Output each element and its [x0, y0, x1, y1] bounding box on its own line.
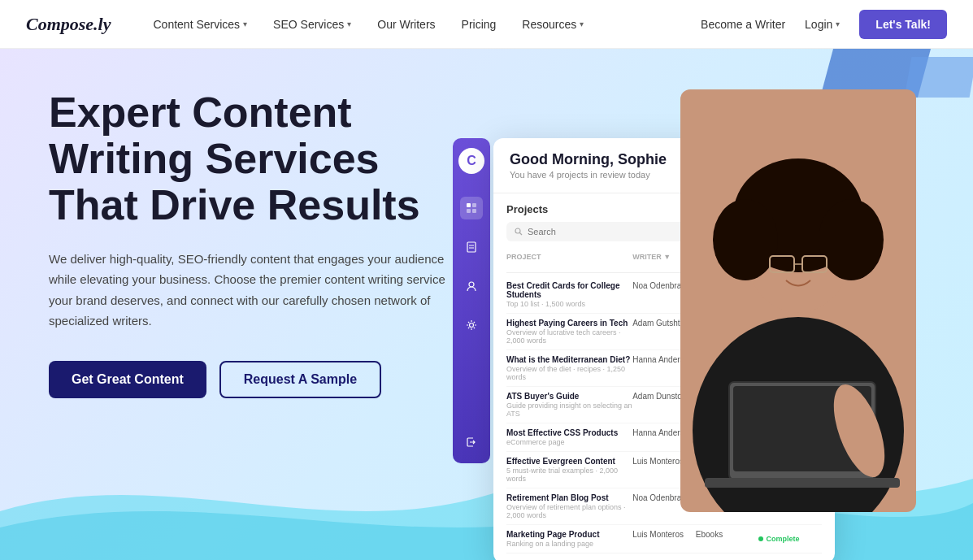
table-row: Marketing Page Product Ranking on a land… [506, 525, 822, 553]
person-image [680, 89, 916, 512]
row-subtitle: Overview of the diet · recipes · 1,250 w… [506, 365, 632, 381]
row-subtitle: Guide providing insight on selecting an … [506, 402, 632, 418]
row-subtitle: Top 10 list · 1,500 words [506, 300, 632, 308]
row-title: Effective Evergreen Content [506, 457, 632, 466]
svg-rect-0 [467, 203, 471, 207]
svg-rect-22 [705, 478, 900, 488]
row-type: Ebooks [696, 530, 759, 539]
hero-title: Expert Content Writing Services That Dri… [49, 89, 471, 229]
row-title: Retirement Plan Blog Post [506, 493, 632, 502]
svg-point-15 [713, 199, 778, 280]
lets-talk-button[interactable]: Let's Talk! [859, 10, 947, 39]
row-writer: Luis Monteros [632, 530, 696, 539]
svg-line-10 [520, 233, 523, 236]
dashboard-mockup: C Good Morning, Sophie You have 4 projec… [453, 73, 908, 545]
svg-point-8 [470, 323, 474, 328]
chevron-down-icon: ▾ [836, 20, 840, 28]
svg-point-7 [469, 282, 474, 287]
row-title: Highest Paying Careers in Tech [506, 319, 632, 328]
nav-right: Become a Writer Login ▾ Let's Talk! [701, 10, 947, 39]
sidebar-home-icon[interactable] [460, 197, 483, 219]
row-title: Best Credit Cards for College Students [506, 281, 632, 299]
row-title: Marketing Page Product [506, 530, 632, 539]
status-badge: Complete [758, 535, 799, 543]
nav-seo-services[interactable]: SEO Services ▾ [263, 11, 361, 37]
request-sample-button[interactable]: Request A Sample [219, 361, 381, 398]
svg-rect-2 [467, 209, 471, 213]
row-subtitle: Overview of retirement plan options · 2,… [506, 503, 632, 519]
hero-description: We deliver high-quality, SEO-friendly co… [49, 249, 471, 332]
row-title: What is the Mediterranean Diet? [506, 355, 632, 364]
svg-point-16 [819, 199, 884, 280]
row-subtitle: 5 must-write trial examples · 2,000 word… [506, 467, 632, 483]
row-subtitle: eCommerce page [506, 438, 632, 446]
nav-our-writers[interactable]: Our Writers [367, 11, 445, 37]
sidebar-user-icon[interactable] [460, 275, 483, 297]
deco-shape-2 [905, 57, 973, 98]
sidebar-logout-icon[interactable] [460, 431, 483, 454]
nav-pricing[interactable]: Pricing [452, 11, 506, 37]
chevron-down-icon: ▾ [580, 20, 584, 28]
row-subtitle: Overview of lucrative tech careers · 2,0… [506, 328, 632, 345]
search-icon [515, 228, 523, 236]
svg-point-9 [515, 228, 520, 233]
chevron-down-icon: ▾ [347, 20, 351, 28]
svg-rect-4 [467, 242, 476, 252]
chevron-down-icon: ▾ [243, 20, 247, 28]
hero-buttons: Get Great Content Request A Sample [49, 361, 471, 398]
row-subtitle: Ranking on a landing page [506, 540, 632, 548]
nav-content-services[interactable]: Content Services ▾ [144, 11, 258, 37]
nav-resources[interactable]: Resources ▾ [512, 11, 593, 37]
login-button[interactable]: Login ▾ [795, 11, 849, 37]
become-writer-link[interactable]: Become a Writer [701, 18, 785, 31]
row-status: Complete [758, 530, 822, 545]
logo[interactable]: Compose.ly [26, 14, 111, 35]
sidebar-logo: C [458, 148, 484, 174]
col-project: PROJECT [506, 253, 632, 269]
nav-links: Content Services ▾ SEO Services ▾ Our Wr… [144, 11, 702, 37]
hero-section: Expert Content Writing Services That Dri… [0, 49, 973, 560]
navbar: Compose.ly Content Services ▾ SEO Servic… [0, 0, 973, 49]
sidebar-settings-icon[interactable] [460, 314, 483, 336]
row-title: ATS Buyer's Guide [506, 392, 632, 401]
svg-rect-1 [472, 203, 476, 207]
row-title: Most Effective CSS Products [506, 428, 632, 437]
sidebar-document-icon[interactable] [460, 236, 483, 258]
app-sidebar: C [453, 138, 490, 463]
svg-rect-3 [472, 209, 476, 213]
get-great-content-button[interactable]: Get Great Content [49, 361, 206, 398]
badge-dot [758, 536, 763, 541]
hero-content: Expert Content Writing Services That Dri… [49, 89, 471, 398]
